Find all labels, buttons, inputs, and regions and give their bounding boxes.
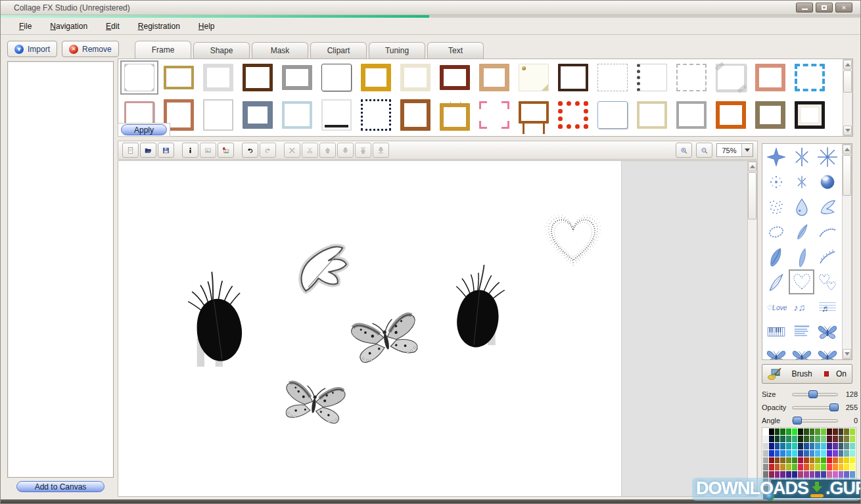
brush-thumb-sparkle[interactable] xyxy=(789,145,814,170)
color-swatch[interactable] xyxy=(844,486,849,492)
brush-thumb-feather[interactable] xyxy=(763,244,789,269)
color-swatch[interactable] xyxy=(833,443,838,449)
color-swatch[interactable] xyxy=(850,428,855,435)
color-swatch[interactable] xyxy=(798,486,803,492)
color-swatch[interactable] xyxy=(815,464,820,470)
brush-scrollbar[interactable] xyxy=(842,144,852,359)
color-swatch[interactable] xyxy=(833,478,838,485)
color-swatch[interactable] xyxy=(821,478,826,485)
color-swatch[interactable] xyxy=(844,478,849,485)
color-swatch[interactable] xyxy=(780,436,785,442)
brush-thumb-star4[interactable] xyxy=(763,145,789,170)
scroll-up-button[interactable] xyxy=(748,162,756,172)
slider-track-opacity[interactable] xyxy=(792,406,838,409)
scroll-thumb[interactable] xyxy=(843,155,851,196)
color-swatch[interactable] xyxy=(763,450,768,457)
frame-thumb[interactable] xyxy=(632,60,672,95)
color-swatch[interactable] xyxy=(839,450,844,457)
slider-track-size[interactable] xyxy=(792,393,838,396)
color-swatch[interactable] xyxy=(827,450,832,457)
color-swatch[interactable] xyxy=(833,436,838,442)
color-swatch[interactable] xyxy=(775,450,780,457)
frame-thumb[interactable] xyxy=(159,60,198,95)
color-swatch[interactable] xyxy=(804,478,809,485)
color-swatch[interactable] xyxy=(798,436,803,442)
toolbar-button-move-top[interactable] xyxy=(355,143,371,158)
color-swatch[interactable] xyxy=(792,486,797,492)
brush-thumb-hearts[interactable] xyxy=(814,269,840,294)
color-swatch[interactable] xyxy=(792,428,797,435)
zoom-level-dropdown[interactable]: 75% xyxy=(716,143,753,157)
color-swatch[interactable] xyxy=(844,436,849,442)
color-swatch[interactable] xyxy=(798,443,803,449)
color-swatch[interactable] xyxy=(844,493,849,499)
frame-thumb[interactable] xyxy=(238,97,277,133)
color-swatch[interactable] xyxy=(839,478,844,485)
color-swatch[interactable] xyxy=(786,471,791,478)
color-swatch[interactable] xyxy=(850,493,855,499)
frame-thumb[interactable] xyxy=(672,60,711,95)
color-swatch[interactable] xyxy=(844,450,849,457)
color-swatch[interactable] xyxy=(827,443,832,449)
color-swatch[interactable] xyxy=(780,471,785,478)
color-swatch[interactable] xyxy=(810,493,815,499)
color-swatch[interactable] xyxy=(839,486,844,492)
color-swatch[interactable] xyxy=(780,486,785,492)
toolbar-button-delete[interactable] xyxy=(284,143,300,158)
remove-button[interactable]: ✕ Remove xyxy=(62,41,119,57)
color-swatch[interactable] xyxy=(810,428,815,435)
title-bar[interactable]: Collage FX Studio (Unregistered) ✕ xyxy=(1,1,860,15)
color-swatch[interactable] xyxy=(780,450,785,457)
color-swatch[interactable] xyxy=(850,443,855,449)
color-swatch[interactable] xyxy=(780,443,785,449)
color-swatch[interactable] xyxy=(804,428,809,435)
color-swatch[interactable] xyxy=(780,457,785,464)
scroll-down-button[interactable] xyxy=(748,486,756,495)
color-swatch[interactable] xyxy=(769,464,774,470)
color-swatch[interactable] xyxy=(775,493,780,499)
color-swatch[interactable] xyxy=(792,450,797,457)
color-swatch[interactable] xyxy=(763,478,768,485)
color-swatch[interactable] xyxy=(763,428,768,435)
frame-thumb[interactable] xyxy=(317,60,356,95)
frame-thumb[interactable] xyxy=(751,60,790,95)
gallery-scrollbar[interactable] xyxy=(843,59,852,136)
color-swatch[interactable] xyxy=(763,486,768,492)
canvas-page[interactable]: nd xyxy=(118,161,622,496)
color-swatch[interactable] xyxy=(821,486,826,492)
color-swatch[interactable] xyxy=(821,493,826,499)
color-swatch[interactable] xyxy=(798,464,803,470)
color-swatch[interactable] xyxy=(786,436,791,442)
color-swatch[interactable] xyxy=(839,457,844,464)
color-swatch[interactable] xyxy=(763,464,768,470)
color-swatch[interactable] xyxy=(844,457,849,464)
brush-thumb-burst[interactable] xyxy=(814,145,840,170)
color-swatch[interactable] xyxy=(839,464,844,470)
color-swatch[interactable] xyxy=(821,450,826,457)
scroll-thumb[interactable] xyxy=(843,70,852,93)
frame-thumb[interactable] xyxy=(198,60,238,95)
color-swatch[interactable] xyxy=(763,493,768,499)
color-swatch[interactable] xyxy=(827,478,832,485)
toolbar-button-move-down[interactable] xyxy=(337,143,354,158)
color-swatch[interactable] xyxy=(827,464,832,470)
color-swatch[interactable] xyxy=(844,471,849,478)
imported-images-list[interactable] xyxy=(7,61,114,478)
frame-thumb[interactable] xyxy=(593,60,632,95)
color-swatch[interactable] xyxy=(769,471,774,478)
color-swatch[interactable] xyxy=(780,464,785,470)
color-swatch[interactable] xyxy=(810,450,815,457)
color-swatch[interactable] xyxy=(850,464,855,470)
color-swatch[interactable] xyxy=(786,450,791,457)
color-swatch[interactable] xyxy=(780,428,785,435)
frame-thumb[interactable] xyxy=(277,97,317,133)
color-swatch[interactable] xyxy=(810,464,815,470)
color-swatch[interactable] xyxy=(804,464,809,470)
color-swatch[interactable] xyxy=(815,450,820,457)
color-swatch[interactable] xyxy=(827,457,832,464)
color-swatch[interactable] xyxy=(798,493,803,499)
color-swatch[interactable] xyxy=(792,471,797,478)
color-swatch[interactable] xyxy=(786,457,791,464)
frame-thumb[interactable] xyxy=(553,97,593,133)
color-swatch[interactable] xyxy=(833,486,838,492)
